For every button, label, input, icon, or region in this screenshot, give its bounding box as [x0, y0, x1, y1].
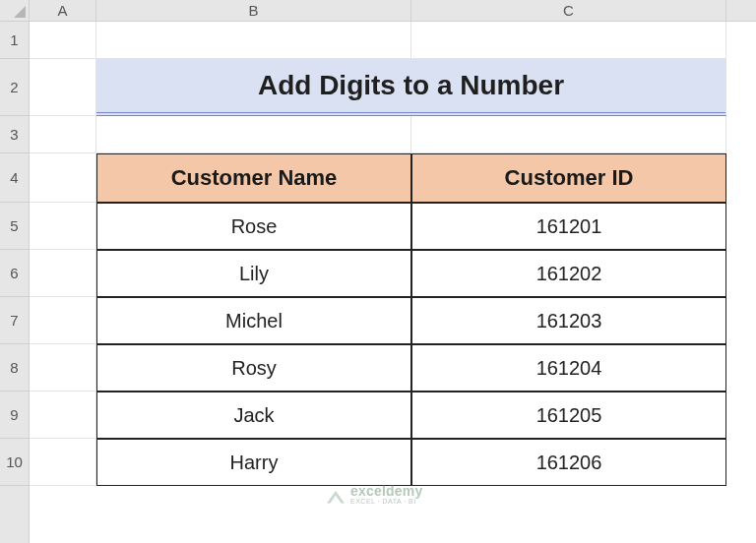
- row-header-8[interactable]: 8: [0, 344, 29, 392]
- table-cell-id[interactable]: 161203: [411, 297, 726, 344]
- select-all-corner[interactable]: [0, 0, 30, 22]
- cell-text: Jack: [233, 404, 274, 427]
- table-cell-id[interactable]: 161202: [411, 250, 726, 297]
- header-name-label: Customer Name: [171, 165, 338, 191]
- cell-a2[interactable]: [30, 59, 96, 116]
- cell-text: 161202: [536, 263, 602, 285]
- table-cell-id[interactable]: 161205: [411, 392, 726, 439]
- row-header-5[interactable]: 5: [0, 203, 29, 250]
- row-headers: 1 2 3 4 5 6 7 8 9 10: [0, 22, 30, 543]
- page-title: Add Digits to a Number: [258, 70, 564, 101]
- col-header-b[interactable]: B: [96, 0, 411, 21]
- cell-a9[interactable]: [30, 392, 96, 439]
- col-header-a[interactable]: A: [30, 0, 96, 21]
- table-header-name[interactable]: Customer Name: [96, 153, 411, 203]
- cell-a4[interactable]: [30, 153, 96, 203]
- cell-c3[interactable]: [411, 116, 726, 153]
- cell-a1[interactable]: [30, 22, 96, 59]
- cell-text: Harry: [230, 452, 279, 474]
- cell-text: 161201: [536, 215, 602, 238]
- row-header-6[interactable]: 6: [0, 250, 29, 297]
- table-cell-name[interactable]: Harry: [96, 439, 411, 486]
- cell-a6[interactable]: [30, 250, 96, 297]
- row-header-9[interactable]: 9: [0, 392, 29, 439]
- cell-text: Michel: [225, 310, 283, 332]
- cell-a7[interactable]: [30, 297, 96, 344]
- table-cell-name[interactable]: Michel: [96, 297, 411, 344]
- svg-marker-0: [14, 6, 26, 18]
- cell-text: 161203: [536, 310, 602, 332]
- cell-b1[interactable]: [96, 22, 411, 59]
- title-cell[interactable]: Add Digits to a Number: [96, 59, 726, 116]
- table-cell-name[interactable]: Rosy: [96, 344, 411, 392]
- cell-b3[interactable]: [96, 116, 411, 153]
- cell-text: 161205: [536, 404, 602, 427]
- row-header-3[interactable]: 3: [0, 116, 29, 153]
- col-header-c[interactable]: C: [411, 0, 726, 21]
- row-header-2[interactable]: 2: [0, 59, 29, 116]
- cell-c1[interactable]: [411, 22, 726, 59]
- spreadsheet-view: A B C 1 2 3 4 5 6 7 8 9 10 Add Digits to…: [0, 0, 756, 543]
- cell-text: 161204: [536, 357, 602, 380]
- row-header-1[interactable]: 1: [0, 22, 29, 59]
- table-header-id[interactable]: Customer ID: [411, 153, 726, 203]
- table-cell-name[interactable]: Rose: [96, 203, 411, 250]
- table-cell-id[interactable]: 161206: [411, 439, 726, 486]
- grid-area: Add Digits to a Number Customer Name Cus…: [30, 22, 756, 543]
- cell-text: Rosy: [231, 357, 277, 380]
- cell-a3[interactable]: [30, 116, 96, 153]
- row-header-10[interactable]: 10: [0, 439, 29, 486]
- cell-a10[interactable]: [30, 439, 96, 486]
- header-id-label: Customer ID: [505, 165, 634, 191]
- table-cell-name[interactable]: Lily: [96, 250, 411, 297]
- cell-a8[interactable]: [30, 344, 96, 392]
- row-header-7[interactable]: 7: [0, 297, 29, 344]
- cell-text: Rose: [231, 215, 278, 238]
- cell-a5[interactable]: [30, 203, 96, 250]
- table-cell-id[interactable]: 161201: [411, 203, 726, 250]
- cell-text: Lily: [239, 263, 269, 285]
- row-header-4[interactable]: 4: [0, 153, 29, 203]
- table-cell-id[interactable]: 161204: [411, 344, 726, 392]
- column-headers: A B C: [30, 0, 756, 22]
- cell-text: 161206: [536, 452, 602, 474]
- table-cell-name[interactable]: Jack: [96, 392, 411, 439]
